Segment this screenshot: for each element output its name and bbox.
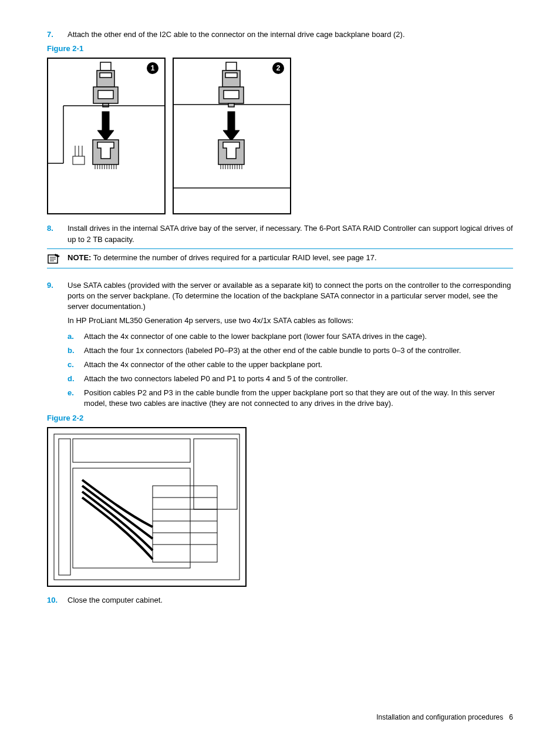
svg-rect-38 bbox=[228, 112, 235, 130]
step-9: 9. Use SATA cables (provided with the se… bbox=[47, 280, 513, 312]
sub-steps: a. Attach the 4x connector of one cable … bbox=[47, 331, 513, 409]
note-body: To determine the number of drives requir… bbox=[91, 253, 376, 262]
sub-text: Attach the four 1x connectors (labeled P… bbox=[84, 345, 513, 356]
svg-rect-5 bbox=[98, 90, 113, 99]
sub-text: Attach the 4x connector of one cable to … bbox=[84, 331, 513, 342]
svg-rect-32 bbox=[226, 62, 237, 70]
step-9-para2: In HP ProLiant ML350 Generation 4p serve… bbox=[47, 315, 513, 326]
svg-rect-34 bbox=[225, 73, 237, 78]
sub-text: Position cables P2 and P3 in the cable b… bbox=[84, 388, 513, 409]
sub-number: d. bbox=[68, 374, 84, 384]
sub-step-e: e. Position cables P2 and P3 in the cabl… bbox=[47, 388, 513, 409]
sub-step-d: d. Attach the two connectors labeled P0 … bbox=[47, 374, 513, 384]
note-block: NOTE: To determine the number of drives … bbox=[47, 248, 513, 268]
step-number: 8. bbox=[47, 223, 68, 244]
sub-number: b. bbox=[68, 345, 84, 356]
step-number: 10. bbox=[47, 595, 68, 606]
figure-2-2-label: Figure 2-2 bbox=[47, 413, 513, 424]
figure-2-2 bbox=[47, 427, 513, 587]
footer-section: Installation and configuration procedure… bbox=[376, 713, 503, 721]
step-text: Use SATA cables (provided with the serve… bbox=[68, 280, 513, 312]
page-footer: Installation and configuration procedure… bbox=[376, 713, 513, 723]
sub-number: e. bbox=[68, 388, 84, 409]
note-icon bbox=[47, 253, 68, 264]
sub-step-b: b. Attach the four 1x connectors (labele… bbox=[47, 345, 513, 356]
sub-number: a. bbox=[68, 331, 84, 342]
sub-number: c. bbox=[68, 359, 84, 370]
step-8: 8. Install drives in the internal SATA d… bbox=[47, 223, 513, 244]
sub-text: Attach the 4x connector of the other cab… bbox=[84, 359, 513, 370]
step-number: 9. bbox=[47, 280, 68, 312]
figure-2-1: 1 bbox=[47, 58, 513, 215]
step-10: 10. Close the computer cabinet. bbox=[47, 595, 513, 606]
footer-page: 6 bbox=[509, 713, 513, 721]
svg-rect-1 bbox=[100, 62, 111, 70]
step-number: 7. bbox=[47, 29, 68, 40]
step-text: Install drives in the internal SATA driv… bbox=[68, 223, 513, 244]
sub-text: Attach the two connectors labeled P0 and… bbox=[84, 374, 513, 384]
note-label: NOTE: bbox=[68, 253, 91, 262]
step-7: 7. Attach the other end of the I2C able … bbox=[47, 29, 513, 40]
svg-rect-37 bbox=[228, 103, 234, 107]
figure-2-1-label: Figure 2-1 bbox=[47, 43, 513, 54]
step-text: Close the computer cabinet. bbox=[68, 595, 513, 606]
sub-step-a: a. Attach the 4x connector of one cable … bbox=[47, 331, 513, 342]
step-text: Attach the other end of the I2C able to … bbox=[68, 29, 513, 40]
svg-rect-36 bbox=[224, 90, 239, 99]
note-text: NOTE: To determine the number of drives … bbox=[68, 253, 513, 263]
sub-step-c: c. Attach the 4x connector of the other … bbox=[47, 359, 513, 370]
svg-rect-6 bbox=[103, 103, 109, 107]
svg-text:2: 2 bbox=[276, 64, 281, 72]
svg-rect-3 bbox=[100, 73, 112, 78]
svg-text:1: 1 bbox=[151, 64, 155, 72]
svg-rect-7 bbox=[102, 112, 109, 130]
